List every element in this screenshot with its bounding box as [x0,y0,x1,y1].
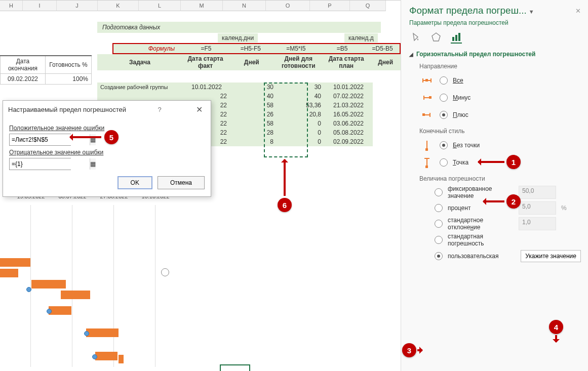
prep-headers: Задача Дата старта факт Дней Дней для го… [97,54,401,70]
amt-percent[interactable]: процент5,0% [419,201,581,215]
dialog-title: Настраиваемый предел погрешностей [8,106,126,113]
callout-4: 4 [549,320,563,334]
gantt-point [92,354,97,359]
gantt-bar [0,269,18,277]
column-headers: H I J K L M N O P Q [0,1,386,11]
svg-rect-3 [458,33,460,41]
pane-subtitle: Параметры предела погрешностей [409,19,581,26]
small-table: Дата окончанияГотовность % 09.02.2022100… [0,55,92,85]
amt-stddev[interactable]: стандартное отклонение1,0 [419,217,581,231]
amt-stderr[interactable]: стандартная погрешность [419,233,581,247]
amt-fixed[interactable]: фиксированное значение50,0 [419,185,581,199]
end-nocap[interactable]: Без точки [419,138,581,153]
worksheet[interactable]: H I J K L M N O P Q Подготовка данных ка… [0,0,401,371]
effects-tab-icon[interactable] [430,31,442,43]
formulas-row: Формулы =F5 =H5-F5 =M5*I5 =B5 =D5-B5 [112,43,401,54]
negative-label: Отрицательное значение ошибки [9,149,205,156]
gantt-point [26,287,31,292]
callout-1: 1 [506,155,521,169]
close-icon[interactable]: ✕ [193,105,206,114]
callout-5: 5 [104,130,119,144]
data-prep-title: Подготовка данных [97,22,381,33]
range-picker-icon[interactable]: ▦ [90,158,96,170]
format-error-bars-pane: Формат предела погреш...▼ ✕ Параметры пр… [401,0,588,371]
gantt-bar [86,328,119,337]
section-horizontal[interactable]: ◢Горизонтальный предел погрешностей [409,51,581,58]
custom-error-bars-dialog: Настраиваемый предел погрешностей ? ✕ По… [3,100,211,197]
pane-tabs [410,31,581,44]
error-bars-tab-icon[interactable] [451,31,462,44]
gantt-bar [0,258,30,267]
fill-tab-icon[interactable] [410,31,421,43]
gantt-bar [95,352,117,360]
calendar-label: календ.дни [218,33,258,43]
close-pane-icon[interactable]: ✕ [575,7,581,15]
amount-label: Величина погрешности [419,175,581,182]
negative-input[interactable]: ▦ [9,158,71,170]
dir-all[interactable]: Все [419,73,581,88]
help-button[interactable]: ? [152,106,166,113]
callout-2: 2 [506,194,521,209]
svg-rect-2 [455,35,457,41]
gantt-bar [119,355,124,363]
gantt-bar [31,280,66,288]
calendar-label-2: календ.д [344,33,378,43]
pane-title: Формат предела погреш...▼ ✕ [409,5,581,16]
dir-plus[interactable]: Плюс [419,107,581,122]
callout-6: 6 [278,198,292,212]
endstyle-label: Конечный стиль [419,128,581,135]
positive-input[interactable]: ▦ [9,134,71,146]
positive-label: Положительное значение ошибки [9,125,205,132]
direction-label: Направление [419,63,581,70]
cancel-button[interactable]: Отмена [158,176,205,189]
selected-range [264,83,308,157]
specify-value-button[interactable]: Укажите значение [521,250,581,262]
svg-rect-1 [452,37,454,41]
gantt-point [47,309,52,314]
gantt-point [84,331,89,336]
amt-custom[interactable]: пользовательскаяУкажите значение [419,250,581,262]
gantt-bar [61,291,90,299]
callout-3: 3 [402,343,416,357]
svg-marker-0 [432,33,440,41]
negative-value-field[interactable] [10,158,90,170]
dir-minus[interactable]: Минус [419,90,581,105]
ok-button[interactable]: OK [117,176,152,189]
gantt-bar [49,306,71,315]
